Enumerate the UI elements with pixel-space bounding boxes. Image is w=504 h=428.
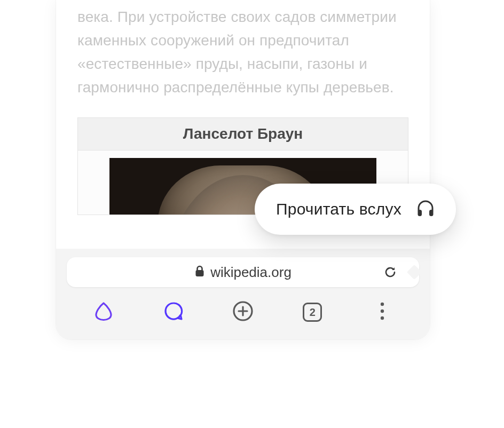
svg-rect-6 (429, 210, 434, 216)
svg-rect-5 (418, 210, 422, 216)
alice-button[interactable] (88, 296, 120, 328)
infobox-title: Ланселот Браун (78, 118, 408, 150)
svg-point-4 (381, 316, 384, 320)
alice-icon (93, 300, 114, 324)
address-bar-content: wikipedia.org (194, 264, 292, 281)
new-tab-button[interactable] (227, 296, 259, 328)
headphones-icon (415, 198, 436, 220)
reload-button[interactable] (383, 265, 398, 280)
svg-point-2 (381, 303, 384, 306)
browser-window: века. При устройстве своих садов симметр… (56, 0, 430, 339)
address-bar-row: wikipedia.org (56, 249, 430, 287)
lock-icon (194, 264, 205, 281)
svg-point-3 (381, 310, 384, 313)
address-bar[interactable]: wikipedia.org (67, 257, 419, 287)
tabs-count-badge: 2 (303, 303, 322, 322)
plus-circle-icon (232, 300, 254, 324)
menu-button[interactable] (366, 296, 398, 328)
read-aloud-button[interactable]: Прочитать вслух (255, 184, 456, 235)
read-aloud-label: Прочитать вслух (276, 200, 401, 218)
more-vertical-icon (380, 302, 385, 323)
nav-bar: 2 (56, 287, 430, 339)
svg-rect-0 (196, 270, 204, 276)
article-paragraph: века. При устройстве своих садов симметр… (77, 0, 408, 99)
address-domain: wikipedia.org (210, 264, 292, 281)
browser-chrome: wikipedia.org (56, 249, 430, 339)
chat-button[interactable] (158, 296, 190, 328)
tabs-button[interactable]: 2 (296, 296, 328, 328)
chat-icon (163, 300, 184, 324)
